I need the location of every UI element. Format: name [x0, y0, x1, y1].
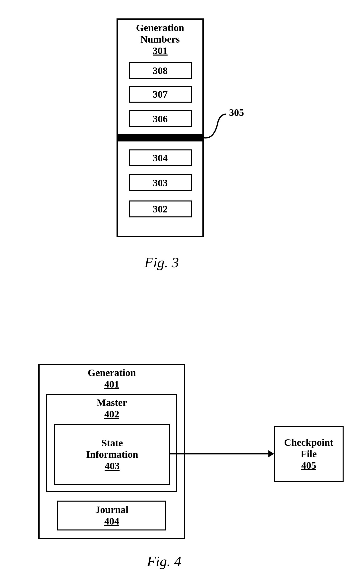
- svg-marker-1: [268, 450, 274, 457]
- fig3-item-302: 302: [129, 200, 192, 217]
- fig3-item-304: 304: [129, 149, 192, 166]
- fig4-state-text: State Information 403: [55, 425, 169, 484]
- fig4-master-title-block: Master 402: [46, 396, 177, 421]
- fig4-checkpoint-title-2: File: [301, 448, 317, 460]
- fig3-caption: Fig. 3: [144, 254, 179, 271]
- fig3-item-label: 304: [153, 152, 168, 164]
- fig4-state-title-2: Information: [86, 449, 138, 460]
- fig4-journal-box: Journal 404: [57, 501, 166, 530]
- fig3-item-label: 307: [153, 88, 168, 100]
- fig4-state-ref: 403: [105, 460, 120, 472]
- fig4-caption: Fig. 4: [147, 553, 182, 570]
- fig4-master-ref: 402: [104, 408, 119, 420]
- fig4-arrow: [170, 448, 275, 461]
- fig3-title-line1: Generation: [118, 22, 202, 34]
- fig4-generation-title-block: Generation 401: [38, 366, 185, 391]
- fig4-journal-ref: 404: [104, 516, 119, 527]
- fig3-item-label: 308: [153, 65, 168, 76]
- fig4-checkpoint-box: Checkpoint File 405: [274, 426, 344, 482]
- fig3-item-label: 306: [153, 113, 168, 125]
- fig4-checkpoint-ref: 405: [301, 460, 316, 471]
- fig3-item-303: 303: [129, 174, 192, 191]
- fig4-state-box: State Information 403: [54, 424, 170, 485]
- fig4-journal-text: Journal 404: [58, 502, 165, 529]
- fig4-generation-title: Generation: [88, 367, 136, 379]
- fig3-item-label: 302: [153, 203, 168, 215]
- fig3-item-label: 303: [153, 177, 168, 189]
- fig3-title-line2: Numbers: [118, 34, 202, 45]
- fig3-title-block: Generation Numbers 301: [118, 20, 202, 57]
- fig3-item-307: 307: [129, 86, 192, 103]
- fig3-item-308: 308: [129, 62, 192, 79]
- fig4-state-title-1: State: [101, 437, 123, 449]
- fig3-container-ref: 301: [118, 45, 202, 57]
- fig4-journal-title: Journal: [95, 504, 128, 516]
- fig4-checkpoint-title-1: Checkpoint: [284, 437, 333, 448]
- fig3-divider-label: 305: [229, 107, 244, 118]
- fig4-checkpoint-text: Checkpoint File 405: [275, 427, 343, 481]
- fig4-master-title: Master: [97, 397, 127, 408]
- fig3-divider: [117, 134, 204, 141]
- fig4-generation-ref: 401: [104, 379, 119, 390]
- fig3-item-306: 306: [129, 110, 192, 127]
